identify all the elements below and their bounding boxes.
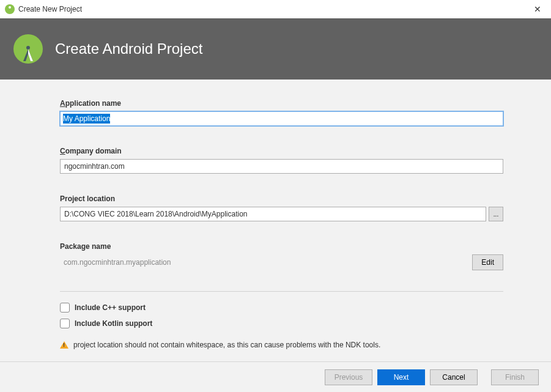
kotlin-checkbox[interactable]: [60, 319, 70, 328]
form-body: Application name My Application Company …: [0, 80, 551, 361]
footer: Previous Next Cancel Finish: [0, 361, 551, 392]
package-name-value: com.ngocminhtran.myapplication: [60, 258, 171, 267]
company-domain-label: Company domain: [60, 147, 503, 155]
finish-button[interactable]: Finish: [491, 369, 539, 385]
warning-icon: [60, 341, 68, 349]
previous-button[interactable]: Previous: [325, 369, 372, 385]
project-location-input[interactable]: [60, 207, 486, 221]
edit-button[interactable]: Edit: [472, 254, 503, 270]
android-studio-logo-icon: [13, 34, 43, 64]
android-studio-icon: [5, 4, 15, 14]
kotlin-checkbox-label: Include Kotlin support: [75, 319, 152, 328]
company-domain-input[interactable]: [60, 159, 503, 174]
cancel-button[interactable]: Cancel: [430, 369, 478, 385]
app-name-input[interactable]: My Application: [60, 111, 503, 126]
project-location-label: Project location: [60, 194, 503, 203]
close-button[interactable]: ✕: [530, 2, 545, 17]
warning-text: project location should not contain whit…: [73, 341, 380, 349]
window-title: Create New Project: [18, 5, 82, 13]
banner: Create Android Project: [0, 18, 551, 80]
page-title: Create Android Project: [55, 40, 202, 57]
divider: [60, 291, 503, 292]
next-button[interactable]: Next: [377, 369, 425, 385]
package-name-label: Package name: [60, 242, 503, 251]
cpp-checkbox-label: Include C++ support: [75, 303, 146, 312]
cpp-checkbox[interactable]: [60, 303, 70, 312]
browse-button[interactable]: ...: [489, 207, 503, 221]
titlebar: Create New Project ✕: [0, 0, 551, 18]
app-name-label: Application name: [60, 99, 503, 108]
